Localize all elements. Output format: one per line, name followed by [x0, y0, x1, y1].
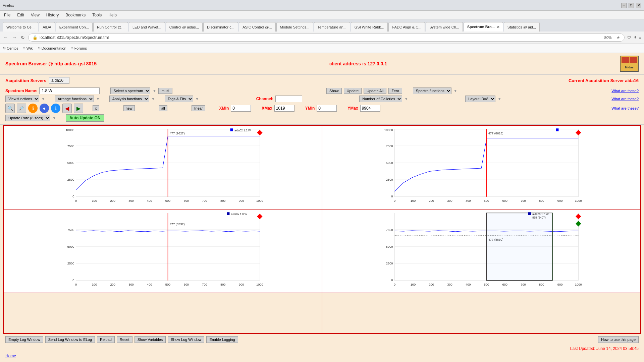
enable-logging-btn[interactable]: Enable Logging	[206, 336, 238, 343]
maximize-btn[interactable]: □	[629, 3, 634, 8]
chart-cell-3[interactable]: 7500 5000 2500 0 0 100 200 300 400 500 6…	[3, 209, 322, 293]
linear-btn[interactable]: linear	[192, 105, 205, 111]
client-address: client address is 127.0.0.1	[329, 61, 387, 66]
analysis-functions-select[interactable]: Analysis functions	[109, 96, 149, 102]
svg-text:7500: 7500	[386, 228, 393, 232]
menu-tools[interactable]: Tools	[91, 12, 103, 18]
menu-help[interactable]: Help	[107, 12, 118, 18]
info-blue-btn[interactable]: ℹ	[51, 104, 60, 113]
tab-temperature[interactable]: Temperature an...	[314, 22, 350, 32]
window-controls[interactable]: ─ □ ✕	[621, 3, 641, 8]
forward-btn[interactable]: →	[11, 34, 17, 41]
minimize-btn[interactable]: ─	[621, 3, 627, 8]
x-btn[interactable]: x	[93, 105, 99, 111]
close-btn[interactable]: ✕	[636, 3, 641, 8]
empty-log-btn[interactable]: Empty Log Window	[5, 336, 43, 343]
bookmark-docs[interactable]: ⊕ Documentation	[38, 46, 66, 50]
svg-text:5000: 5000	[67, 245, 74, 248]
tab-experiment[interactable]: Experiment Con...	[56, 22, 93, 32]
xmin-input[interactable]	[231, 105, 251, 112]
tab-aida[interactable]: AIDA	[39, 22, 55, 32]
multi-btn[interactable]: multi	[158, 88, 172, 94]
bookmark-centos[interactable]: ⊕ Centos	[3, 46, 18, 50]
num-galleries-select[interactable]: Number of Galleries	[359, 96, 402, 102]
chart-cell-2[interactable]: 10000 7500 5000 2500 0 0 100 200 300 400…	[322, 125, 641, 209]
channel-input[interactable]	[275, 96, 302, 102]
menu-history[interactable]: History	[45, 12, 60, 18]
tab-led[interactable]: LED and Wavef...	[129, 22, 165, 32]
zoom-out-btn[interactable]: 🔎	[17, 104, 26, 113]
home-link[interactable]: Home	[0, 352, 644, 360]
ymax-input[interactable]	[360, 105, 380, 112]
svg-text:600: 600	[184, 199, 189, 202]
arrow-left-btn[interactable]: ◀	[62, 104, 72, 113]
tab-runcontrol[interactable]: Run Control @...	[93, 22, 128, 32]
spectra-functions-select[interactable]: Spectra functions	[413, 87, 451, 94]
reset-btn[interactable]: Reset	[117, 336, 132, 343]
show-variables-btn[interactable]: Show Variables	[135, 336, 166, 343]
svg-text:2500: 2500	[67, 178, 74, 181]
svg-text:900: 900	[557, 283, 563, 286]
bookmark-forums[interactable]: ⊕ Forums	[70, 46, 87, 50]
zero-btn[interactable]: Zero	[388, 88, 402, 94]
tab-fadc[interactable]: FADC Align & C...	[388, 22, 425, 32]
zoom-in-btn[interactable]: 🔍	[5, 104, 15, 113]
svg-text:1000: 1000	[256, 283, 263, 286]
all-btn[interactable]: all	[159, 105, 167, 111]
svg-text:900: 900	[239, 199, 244, 202]
svg-text:300: 300	[447, 283, 452, 286]
tab-system[interactable]: System wide Ch...	[426, 22, 463, 32]
how-to-use-btn[interactable]: How to use this page	[598, 336, 639, 343]
svg-text:300: 300	[128, 199, 134, 202]
chart-cell-1[interactable]: 10000 7500 5000 2500 0 0 100 200 300 400…	[3, 125, 322, 209]
select-spectrum-dropdown[interactable]: Select a spectrum	[110, 87, 150, 94]
address-box[interactable]: 🔒 localhost:8015/Spectrum/Spectrum.tml 8…	[28, 34, 625, 42]
update-btn[interactable]: Update	[344, 88, 362, 94]
info-btn[interactable]: ℹ	[28, 104, 38, 113]
circle-blue-btn[interactable]: ●	[40, 104, 49, 113]
send-log-btn[interactable]: Send Log Window to ELog	[45, 336, 95, 343]
svg-text:600: 600	[502, 283, 508, 286]
tab-statistics[interactable]: Statistics @ aid...	[504, 22, 540, 32]
reload-nav-btn[interactable]: ↻	[20, 34, 25, 41]
menu-view[interactable]: View	[30, 12, 41, 18]
tab-spectrum[interactable]: Spectrum Bro...✕	[464, 22, 503, 32]
show-log-window-btn[interactable]: Show Log Window	[168, 336, 204, 343]
chart-svg-1: 10000 7500 5000 2500 0 0 100 200 300 400…	[4, 126, 322, 209]
layout-id-select[interactable]: Layout ID=8	[465, 96, 495, 102]
acq-server-select[interactable]: aida16	[49, 77, 69, 84]
tab-module[interactable]: Module Settings...	[276, 22, 313, 32]
tab-discriminator[interactable]: Discriminator c...	[203, 22, 238, 32]
what-these3[interactable]: What are these?	[611, 106, 639, 110]
tab-welcome[interactable]: Welcome to Ce...	[3, 22, 38, 32]
tab-asic[interactable]: ASIC Control @...	[239, 22, 276, 32]
spectrum-name-input[interactable]	[39, 87, 100, 94]
bookmark-wiki[interactable]: ⊕ Wiki	[22, 46, 34, 50]
back-btn[interactable]: ←	[3, 34, 9, 41]
new-btn[interactable]: new	[123, 105, 135, 111]
show-btn[interactable]: Show	[326, 88, 342, 94]
update-rate-select[interactable]: Update Rate (8 secs)	[5, 115, 50, 121]
svg-text:300: 300	[128, 283, 134, 286]
chart-cell-4[interactable]: 7500 5000 2500 0 0 100 200 300 400 500 6…	[322, 209, 641, 293]
what-these2[interactable]: What are these?	[611, 97, 639, 101]
spectrum-name-label: Spectrum Name:	[5, 88, 37, 93]
menu-bookmarks[interactable]: Bookmarks	[64, 12, 87, 18]
tags-fits-select[interactable]: Tags & Fits	[165, 96, 193, 102]
xmax-input[interactable]	[274, 105, 294, 112]
svg-text:477 (8537): 477 (8537)	[170, 223, 185, 226]
what-these1[interactable]: What are these?	[611, 89, 639, 93]
arrow-right-btn[interactable]: ▶	[74, 104, 83, 113]
svg-text:0: 0	[394, 283, 395, 286]
ymin-input[interactable]	[317, 105, 337, 112]
reload-btn[interactable]: Reload	[97, 336, 115, 343]
view-functions-select[interactable]: View functions	[5, 96, 39, 102]
arrange-functions-select[interactable]: Arrange functions	[55, 96, 94, 102]
menu-edit[interactable]: Edit	[16, 12, 25, 18]
auto-update-btn[interactable]: Auto Update ON	[66, 114, 104, 122]
svg-text:aida08 1.8.W: aida08 1.8.W	[532, 213, 549, 216]
update-all-btn[interactable]: Update All	[364, 88, 386, 94]
menu-file[interactable]: File	[3, 12, 12, 18]
tab-control[interactable]: Control @ aidas...	[166, 22, 203, 32]
tab-gsi[interactable]: GSI White Rabb...	[351, 22, 388, 32]
